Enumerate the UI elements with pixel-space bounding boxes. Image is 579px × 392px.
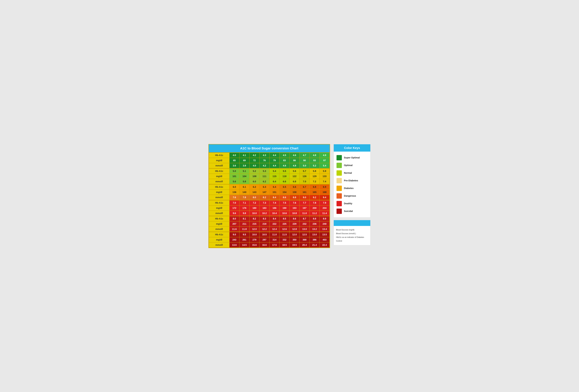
table-cell: 15.6 [249, 242, 260, 248]
table-cell: 5.0 [299, 163, 309, 168]
legend-items: Super Optimal Optimal Normal Pre-Diabete… [334, 154, 370, 215]
legend-item: Dangerous [334, 192, 370, 200]
table-cell: 10.8 [290, 211, 299, 216]
row-label: Hb-A1c [209, 153, 229, 158]
table-cell: 6.2 [249, 184, 260, 190]
table-cell: 6.6 [280, 179, 290, 184]
row-label: Hb-A1c [209, 168, 229, 174]
table-cell: 11.0 [299, 211, 309, 216]
table-cell: 8.4 [270, 216, 280, 221]
table-cell: 10.5 [259, 232, 270, 237]
table-cell: 9.8 [239, 211, 249, 216]
table-cell: 10.6 [280, 211, 290, 216]
table-cell: 115 [270, 174, 280, 179]
table-row: Hb-A1c8.08.18.28.38.48.58.68.78.88.9 [209, 216, 330, 221]
row-label: Hb-A1c [209, 216, 229, 221]
row-label: mmol/l [209, 195, 229, 200]
table-cell: 6.6 [290, 184, 299, 190]
table-cell: 154 [280, 190, 290, 195]
table-cell: 93 [309, 158, 320, 163]
table-cell: 8.1 [239, 216, 249, 221]
table-row: mg/dl207211215218222225229232236240 [209, 221, 330, 227]
table-cell: 240 [319, 221, 330, 227]
table-cell: 5.4 [319, 163, 330, 168]
table-cell: 197 [299, 205, 309, 211]
table-cell: 211 [239, 221, 249, 227]
table-cell: 7.8 [309, 200, 320, 205]
table-cell: 5.2 [249, 168, 260, 174]
table-cell: 207 [229, 221, 239, 227]
table-cell: 172 [229, 205, 239, 211]
table-cell: 4.1 [239, 153, 249, 158]
table-cell: 4.2 [249, 153, 260, 158]
table-cell: 180 [249, 205, 260, 211]
info-bar [334, 220, 370, 226]
table-row: mg/dl172176180183186190193197200204 [209, 205, 330, 211]
table-cell: 7.5 [280, 200, 290, 205]
table-cell: 9.6 [229, 211, 239, 216]
table-cell: 4.4 [270, 153, 280, 158]
table-cell: 297 [259, 237, 270, 242]
table-cell: 14.5 [239, 242, 249, 248]
table-cell: 386 [309, 237, 320, 242]
table-cell: 200 [309, 205, 320, 211]
table-cell: 4.0 [229, 153, 239, 158]
table-cell: 143 [249, 190, 260, 195]
info-text: Blood Glucose (mg/dl)Blood Glucose (mmol… [334, 228, 370, 243]
table-cell: 13.2 [309, 227, 320, 232]
row-label: mg/dl [209, 190, 229, 195]
legend-swatch [337, 209, 342, 214]
table-cell: 6.3 [259, 184, 270, 190]
table-cell: 4.6 [280, 163, 290, 168]
table-cell: 8.7 [299, 216, 309, 221]
legend-item: Pre-Diabetes [334, 177, 370, 184]
table-cell: 11.6 [229, 227, 239, 232]
table-cell: 4.6 [290, 153, 299, 158]
table-cell: 69 [239, 158, 249, 163]
legend-box: Color Keys Super Optimal Optimal Normal … [334, 144, 370, 218]
table-cell: 11.5 [280, 232, 290, 237]
legend-label: Optimal [344, 164, 353, 167]
table-cell: 7.1 [239, 200, 249, 205]
table-cell: 6.9 [319, 184, 330, 190]
table-row: mmol/l13.614.515.616.617.518.519.520.421… [209, 242, 330, 248]
table-cell: 104 [239, 174, 249, 179]
table-cell: 215 [249, 221, 260, 227]
table-cell: 8.3 [259, 216, 270, 221]
table-cell: 4.4 [270, 163, 280, 168]
table-cell: 90 [299, 158, 309, 163]
table-cell: 97 [319, 158, 330, 163]
table-cell: 13.0 [309, 232, 320, 237]
legend-label: Deathly [344, 202, 352, 205]
table-cell: 3.6 [229, 163, 239, 168]
table-cell: 225 [280, 221, 290, 227]
table-row: Hb-A1c5.05.15.25.35.45.55.65.75.85.9 [209, 168, 330, 174]
table-cell: 101 [229, 174, 239, 179]
table-cell: 8.2 [249, 216, 260, 221]
legend-label: Suicidal [344, 210, 353, 213]
table-cell: 12.4 [270, 227, 280, 232]
table-cell: 7.2 [249, 200, 260, 205]
table-cell: 16.6 [259, 242, 270, 248]
table-cell: 7.0 [229, 200, 239, 205]
table-row: Hb-A1c9.09.510.010.511.011.512.012.513.0… [209, 232, 330, 237]
table-cell: 136 [229, 190, 239, 195]
table-row: mmol/l3.63.84.04.24.44.64.85.05.25.4 [209, 163, 330, 168]
table-cell: 118 [280, 174, 290, 179]
table-cell: 279 [249, 237, 260, 242]
table-cell: 5.0 [229, 168, 239, 174]
table-cell: 12.8 [290, 227, 299, 232]
table-cell: 72 [249, 158, 260, 163]
table-cell: 222 [270, 221, 280, 227]
legend-label: Pre-Diabetes [344, 179, 358, 182]
info-box: Blood Glucose (mg/dl)Blood Glucose (mmol… [334, 220, 370, 245]
table-cell: 204 [319, 205, 330, 211]
table-cell: 7.6 [290, 200, 299, 205]
table-cell: 8.6 [280, 195, 290, 200]
table-cell: 8.0 [229, 216, 239, 221]
row-label: mg/dl [209, 174, 229, 179]
table-cell: 6.0 [229, 184, 239, 190]
table-cell: 8.6 [290, 216, 299, 221]
table-cell: 22.4 [319, 242, 330, 248]
table-cell: 12.0 [290, 232, 299, 237]
